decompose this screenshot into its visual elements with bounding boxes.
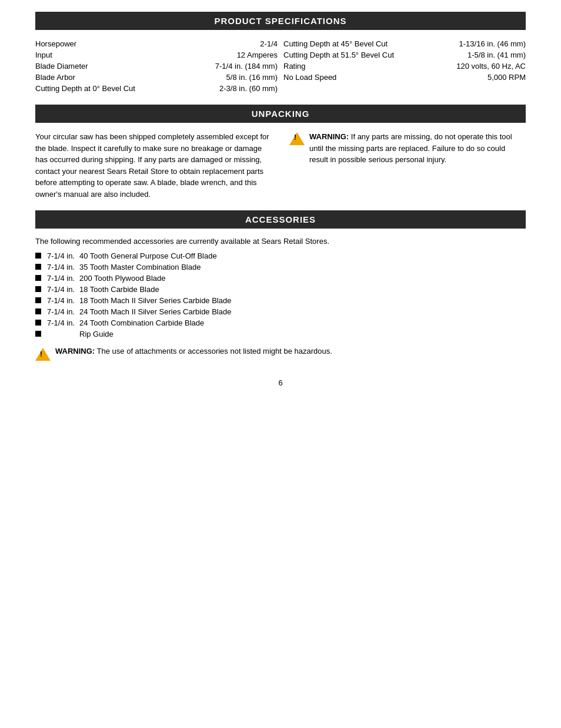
accessories-section: ACCESSORIES The following recommended ac… [35,210,526,361]
spec-label-blade-arbor: Blade Arbor [35,73,75,82]
spec-cutting-depth-0: Cutting Depth at 0° Bevel Cut 2-3/8 in. … [35,83,278,94]
list-item: 7-1/4 in. 24 Tooth Combination Carbide B… [35,318,526,327]
acc-size: 7-1/4 in. [47,274,79,283]
acc-size: 7-1/4 in. [47,285,79,294]
spec-horsepower: Horsepower 2-1/4 [35,38,278,49]
accessories-footer-warning: WARNING: The use of attachments or acces… [35,347,526,361]
acc-size: 7-1/4 in. [47,263,79,271]
spec-cutting-depth-51: Cutting Depth at 51.5° Bevel Cut 1-5/8 i… [283,49,526,61]
spec-label-rating: Rating [283,62,306,71]
specs-left-col: Horsepower 2-1/4 Input 12 Amperes Blade … [35,38,278,94]
warning-triangle-icon [289,132,305,145]
spec-cutting-depth-45: Cutting Depth at 45° Bevel Cut 1-13/16 i… [283,38,526,49]
acc-size: 7-1/4 in. [47,251,79,260]
acc-desc: 40 Tooth General Purpose Cut-Off Blade [79,251,526,260]
spec-rating: Rating 120 volts, 60 Hz, AC [283,61,526,72]
unpacking-section: UNPACKING Your circular saw has been shi… [35,105,526,200]
spec-value-blade-diameter: 7-1/4 in. (184 mm) [215,62,278,71]
spec-value-blade-arbor: 5/8 in. (16 mm) [226,73,278,82]
product-specs-header: PRODUCT SPECIFICATIONS [35,12,526,30]
product-specs-section: PRODUCT SPECIFICATIONS Horsepower 2-1/4 … [35,12,526,94]
spec-label-cutting-depth-0: Cutting Depth at 0° Bevel Cut [35,84,135,93]
list-item: 7-1/4 in. 35 Tooth Master Combination Bl… [35,263,526,271]
spec-label-horsepower: Horsepower [35,39,76,48]
accessories-warning-body: The use of attachments or accessories no… [97,347,332,355]
spec-value-cutting-depth-0: 2-3/8 in. (60 mm) [219,84,278,93]
spec-value-no-load-speed: 5,000 RPM [487,73,526,82]
spec-blade-arbor: Blade Arbor 5/8 in. (16 mm) [35,72,278,83]
accessories-warning-label: WARNING: [55,347,95,355]
spec-value-input: 12 Amperes [237,51,278,59]
spec-label-cutting-depth-51: Cutting Depth at 51.5° Bevel Cut [283,51,394,59]
spec-value-horsepower: 2-1/4 [260,39,278,48]
list-item: 7-1/4 in. 18 Tooth Mach II Silver Series… [35,296,526,305]
acc-desc: 18 Tooth Mach II Silver Series Carbide B… [79,296,526,305]
list-item: 7-1/4 in. 40 Tooth General Purpose Cut-O… [35,251,526,260]
unpacking-warning: WARNING: If any parts are missing, do no… [289,131,526,166]
spec-value-cutting-depth-45: 1-13/16 in. (46 mm) [459,39,526,48]
acc-desc: Rip Guide [79,330,526,338]
list-item: Rip Guide [35,330,526,338]
spec-label-input: Input [35,51,52,59]
spec-blade-diameter: Blade Diameter 7-1/4 in. (184 mm) [35,61,278,72]
accessories-list: 7-1/4 in. 40 Tooth General Purpose Cut-O… [35,251,526,338]
spec-label-cutting-depth-45: Cutting Depth at 45° Bevel Cut [283,39,388,48]
acc-size: 7-1/4 in. [47,318,79,327]
bullet-icon [35,308,41,314]
bullet-icon [35,253,41,259]
list-item: 7-1/4 in. 24 Tooth Mach II Silver Series… [35,307,526,316]
list-item: 7-1/4 in. 200 Tooth Plywood Blade [35,274,526,283]
bullet-icon [35,286,41,292]
list-item: 7-1/4 in. 18 Tooth Carbide Blade [35,285,526,294]
spec-value-cutting-depth-51: 1-5/8 in. (41 mm) [468,51,526,59]
acc-desc: 24 Tooth Combination Carbide Blade [79,318,526,327]
spec-label-blade-diameter: Blade Diameter [35,62,88,71]
bullet-icon [35,297,41,303]
unpacking-warning-text: WARNING: If any parts are missing, do no… [309,131,526,166]
warning-triangle-icon [35,348,51,361]
page-number: 6 [35,378,526,387]
bullet-icon [35,320,41,326]
acc-size: 7-1/4 in. [47,296,79,305]
bullet-icon [35,264,41,270]
acc-desc: 35 Tooth Master Combination Blade [79,263,526,271]
acc-size: 7-1/4 in. [47,307,79,316]
accessories-warning-text: WARNING: The use of attachments or acces… [55,347,332,355]
spec-value-rating: 120 volts, 60 Hz, AC [456,62,526,71]
bullet-icon [35,275,41,281]
acc-desc: 18 Tooth Carbide Blade [79,285,526,294]
unpacking-left-text: Your circular saw has been shipped compl… [35,131,272,200]
spec-no-load-speed: No Load Speed 5,000 RPM [283,72,526,83]
acc-desc: 24 Tooth Mach II Silver Series Carbide B… [79,307,526,316]
specs-right-col: Cutting Depth at 45° Bevel Cut 1-13/16 i… [283,38,526,94]
accessories-intro: The following recommended accessories ar… [35,237,526,246]
spec-input: Input 12 Amperes [35,49,278,61]
acc-desc: 200 Tooth Plywood Blade [79,274,526,283]
unpacking-header: UNPACKING [35,105,526,123]
bullet-icon [35,331,41,337]
spec-label-no-load-speed: No Load Speed [283,73,336,82]
accessories-header: ACCESSORIES [35,210,526,229]
unpacking-warning-label: WARNING: [309,132,349,141]
